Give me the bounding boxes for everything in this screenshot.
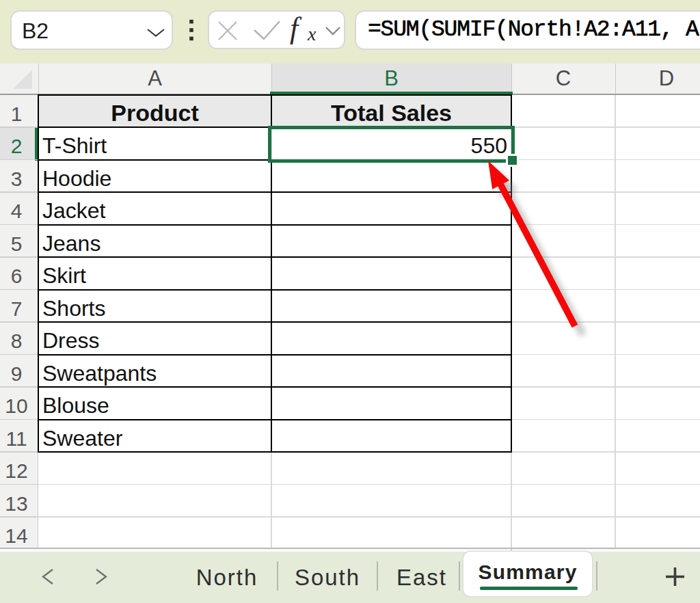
svg-text:x: x — [307, 23, 317, 44]
svg-text:f: f — [290, 12, 302, 45]
